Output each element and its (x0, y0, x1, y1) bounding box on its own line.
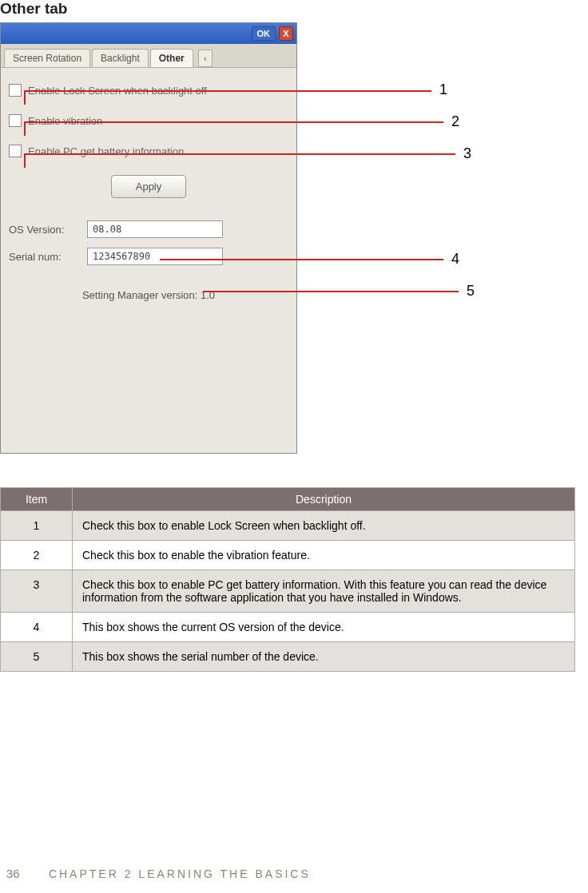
callout-number-5: 5 (467, 283, 475, 300)
page-footer: 36 CHAPTER 2 LEARNING THE BASICS (0, 867, 588, 880)
tab-other[interactable]: Other (150, 49, 193, 67)
table-row: 5 This box shows the serial number of th… (1, 642, 575, 672)
description-table: Item Description 1 Check this box to ena… (0, 487, 575, 672)
serial-label: Serial num: (9, 251, 81, 263)
callout-line-2 (24, 121, 443, 123)
callout-line-3 (24, 153, 455, 155)
cell-item: 1 (1, 511, 73, 541)
cell-desc: Check this box to enable PC get battery … (73, 570, 575, 613)
tab-backlight[interactable]: Backlight (92, 49, 149, 67)
tab-row: Screen Rotation Backlight Other ‹ (1, 44, 296, 67)
cell-desc: This box shows the serial number of the … (73, 642, 575, 672)
battery-info-row: Enable PC get battery information (9, 145, 288, 157)
table-row: 3 Check this box to enable PC get batter… (1, 570, 575, 613)
cell-item: 5 (1, 642, 73, 672)
battery-info-label: Enable PC get battery information (28, 145, 184, 157)
device-screenshot: OK X Screen Rotation Backlight Other ‹ E… (0, 22, 297, 454)
ok-button[interactable]: OK (252, 26, 276, 41)
callout-number-3: 3 (463, 145, 471, 162)
apply-row: Apply (9, 175, 288, 198)
cell-item: 4 (1, 613, 73, 642)
page-number: 36 (6, 867, 43, 880)
serial-field: 1234567890 (87, 248, 223, 265)
lock-screen-checkbox[interactable] (9, 84, 22, 97)
page-title: Other tab (0, 0, 588, 22)
cell-desc: Check this box to enable the vibration f… (73, 541, 575, 570)
tab-screen-rotation[interactable]: Screen Rotation (4, 49, 90, 67)
tab-scroll-left-icon[interactable]: ‹ (198, 50, 213, 67)
cell-item: 3 (1, 570, 73, 613)
table-head-desc: Description (73, 488, 575, 511)
vibration-label: Enable vibration (28, 115, 102, 127)
battery-info-checkbox[interactable] (9, 145, 22, 157)
os-version-row: OS Version: 08.08 (9, 220, 288, 238)
vibration-checkbox[interactable] (9, 114, 22, 127)
callout-number-4: 4 (451, 251, 459, 268)
vibration-row: Enable vibration (9, 114, 288, 127)
title-bar: OK X (1, 23, 296, 44)
close-icon[interactable]: X (279, 26, 293, 41)
callout-number-1: 1 (439, 81, 447, 98)
figure-area: OK X Screen Rotation Backlight Other ‹ E… (0, 22, 575, 454)
cell-item: 2 (1, 541, 73, 570)
table-head-item: Item (1, 488, 73, 511)
callout-line-1 (24, 90, 431, 92)
os-version-field: 08.08 (87, 220, 223, 238)
callout-line-4 (160, 259, 443, 260)
chapter-label: CHAPTER 2 LEARNING THE BASICS (49, 867, 311, 880)
callout-line-5 (203, 291, 459, 292)
table-row: 4 This box shows the current OS version … (1, 613, 575, 642)
cell-desc: Check this box to enable Lock Screen whe… (73, 511, 575, 541)
os-version-label: OS Version: (9, 224, 81, 236)
callout-number-2: 2 (451, 113, 459, 130)
table-row: 2 Check this box to enable the vibration… (1, 541, 575, 570)
serial-row: Serial num: 1234567890 (9, 248, 288, 265)
apply-button[interactable]: Apply (111, 175, 187, 198)
cell-desc: This box shows the current OS version of… (73, 613, 575, 642)
table-row: 1 Check this box to enable Lock Screen w… (1, 511, 575, 541)
